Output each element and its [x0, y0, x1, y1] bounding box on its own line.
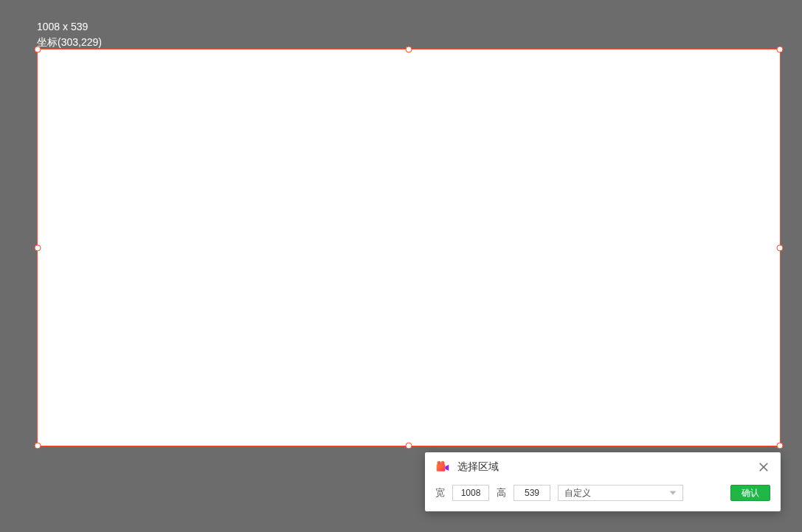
close-icon	[758, 462, 769, 472]
svg-point-1	[438, 461, 441, 465]
resize-handle-top-middle[interactable]	[406, 46, 412, 53]
resize-handle-bottom-middle[interactable]	[406, 443, 412, 449]
close-button[interactable]	[757, 460, 770, 474]
svg-marker-3	[445, 465, 449, 471]
resize-handle-middle-right[interactable]	[777, 244, 784, 251]
panel-header: 选择区域	[425, 452, 781, 480]
width-input[interactable]	[452, 485, 489, 501]
region-panel: 选择区域 宽 高 自定义 确认	[425, 452, 781, 511]
resize-handle-top-left[interactable]	[35, 46, 41, 53]
svg-marker-6	[670, 491, 677, 494]
resize-handle-bottom-right[interactable]	[777, 443, 784, 449]
preset-selected-value: 自定义	[564, 487, 591, 500]
chevron-down-icon	[668, 488, 678, 498]
confirm-button[interactable]: 确认	[730, 485, 770, 501]
resize-handle-middle-left[interactable]	[35, 244, 41, 251]
resize-handle-bottom-left[interactable]	[35, 443, 41, 449]
resize-handle-top-right[interactable]	[777, 46, 784, 53]
height-input[interactable]	[514, 485, 550, 501]
svg-rect-0	[437, 464, 446, 471]
selection-coordinates: 坐标(303,229)	[37, 35, 102, 50]
confirm-label: 确认	[741, 487, 759, 500]
panel-body: 宽 高 自定义 确认	[425, 480, 781, 511]
selection-dimensions: 1008 x 539	[37, 20, 88, 35]
height-label: 高	[497, 486, 506, 500]
preset-select[interactable]: 自定义	[558, 485, 683, 501]
recorder-icon	[435, 460, 450, 474]
selection-area[interactable]	[37, 49, 781, 446]
svg-point-2	[441, 461, 445, 465]
width-label: 宽	[435, 486, 445, 500]
panel-title: 选择区域	[457, 460, 757, 474]
